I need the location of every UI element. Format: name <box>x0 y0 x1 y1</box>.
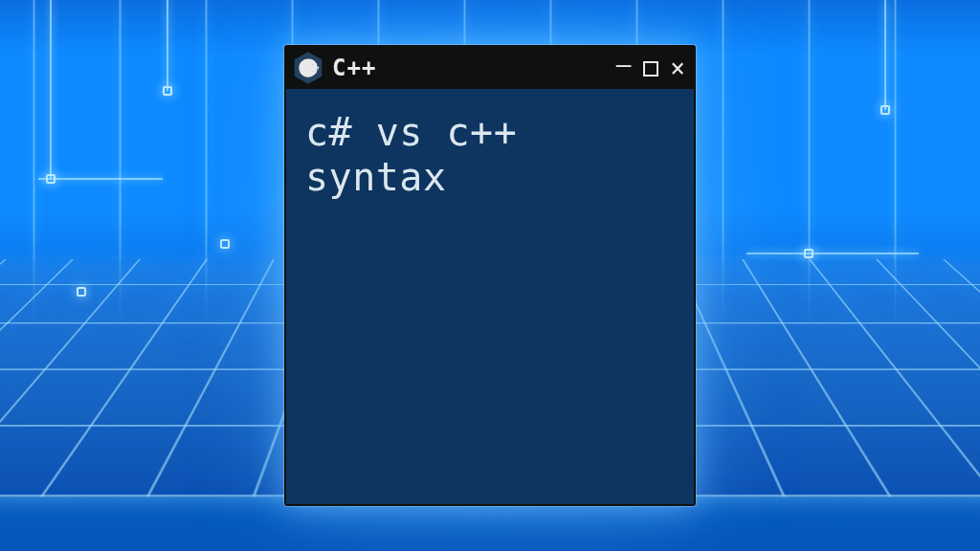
cpp-hexagon-icon: + + <box>294 52 323 84</box>
titlebar[interactable]: + + C++ — × <box>286 47 694 89</box>
close-button[interactable]: × <box>670 55 686 80</box>
maximize-button[interactable] <box>643 61 658 77</box>
minimize-button[interactable]: — <box>616 52 633 77</box>
app-window: + + C++ — × c# vs c++ syntax <box>284 45 696 506</box>
window-body-text: c# vs c++ syntax <box>286 89 694 504</box>
svg-text:+: + <box>312 63 315 69</box>
window-controls: — × <box>616 55 686 80</box>
window-title: C++ <box>332 55 607 81</box>
svg-text:+: + <box>316 63 319 69</box>
